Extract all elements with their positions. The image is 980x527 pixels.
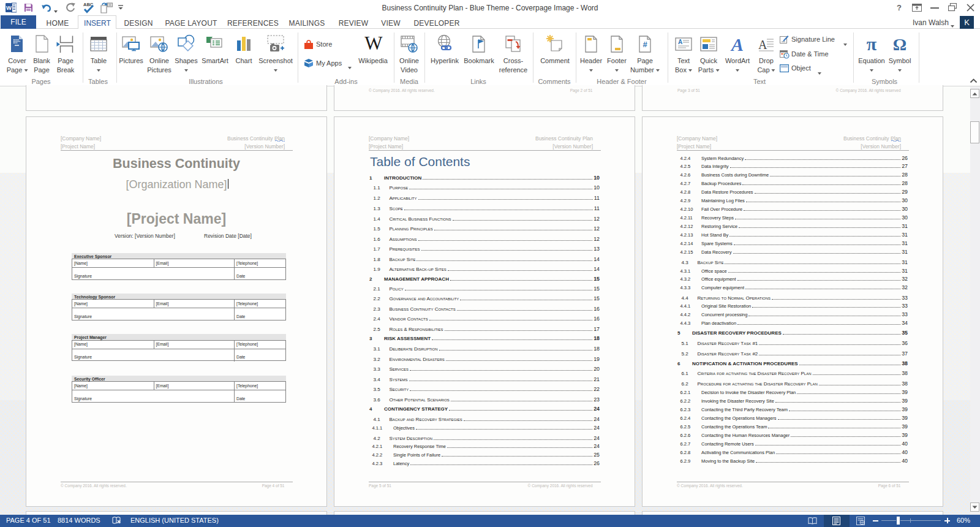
svg-text:π: π bbox=[867, 34, 877, 54]
svg-text:#: # bbox=[643, 40, 647, 49]
svg-text:A: A bbox=[758, 38, 767, 51]
svg-text:Ω: Ω bbox=[893, 35, 907, 54]
svg-text:A: A bbox=[678, 39, 682, 45]
svg-text:A: A bbox=[730, 34, 744, 54]
